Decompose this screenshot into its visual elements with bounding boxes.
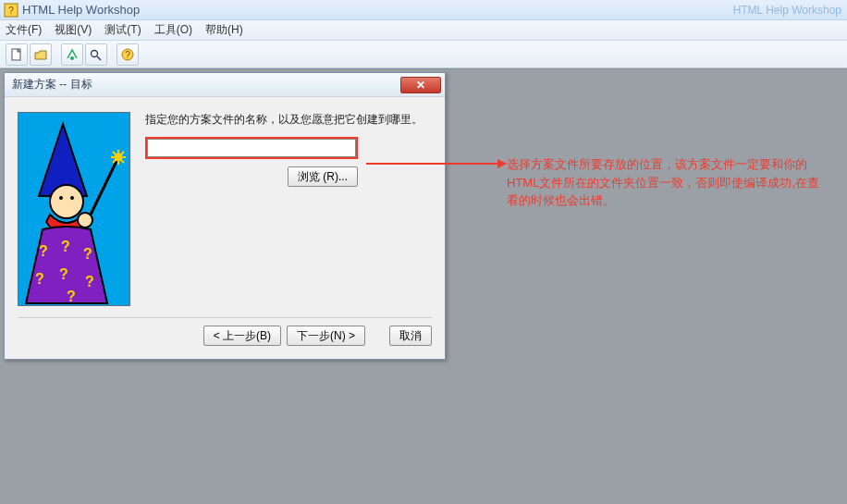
svg-text:?: ? xyxy=(83,246,92,262)
dialog-close-button[interactable]: ✕ xyxy=(400,77,441,93)
app-icon: ? xyxy=(4,3,18,18)
svg-line-5 xyxy=(97,56,101,60)
svg-point-4 xyxy=(92,50,98,56)
menu-file[interactable]: 文件(F) xyxy=(6,22,42,38)
back-button[interactable]: < 上一步(B) xyxy=(203,326,281,346)
view-compiled-button[interactable] xyxy=(85,43,107,66)
svg-text:?: ? xyxy=(67,289,76,304)
svg-point-21 xyxy=(78,213,92,227)
menubar: 文件(F) 视图(V) 测试(T) 工具(O) 帮助(H) xyxy=(0,20,847,41)
taskbar-hint: HTML Help Workshop xyxy=(733,4,841,17)
svg-text:?: ? xyxy=(85,274,94,289)
project-path-input[interactable] xyxy=(145,137,358,159)
annotation-arrow xyxy=(366,163,501,165)
menu-tools[interactable]: 工具(O) xyxy=(154,22,192,38)
app-titlebar: ? HTML Help Workshop HTML Help Workshop xyxy=(0,0,847,20)
new-project-dialog: 新建方案 -- 目标 ✕ ? ? ? ? ? xyxy=(4,72,446,360)
svg-text:?: ? xyxy=(35,271,44,287)
svg-point-3 xyxy=(70,56,74,60)
svg-rect-26 xyxy=(115,154,122,161)
menu-view[interactable]: 视图(V) xyxy=(55,22,92,38)
compile-button[interactable] xyxy=(61,43,83,66)
annotation-arrow-head xyxy=(497,159,507,168)
app-title: HTML Help Workshop xyxy=(22,3,140,17)
svg-point-10 xyxy=(50,185,83,218)
help-button[interactable]: ? xyxy=(117,43,139,66)
svg-text:?: ? xyxy=(8,6,14,16)
svg-text:?: ? xyxy=(61,239,70,254)
svg-text:?: ? xyxy=(39,243,48,259)
dialog-title: 新建方案 -- 目标 xyxy=(12,77,92,92)
svg-text:?: ? xyxy=(125,50,130,60)
toolbar: ? xyxy=(0,41,847,68)
wizard-illustration: ? ? ? ? ? ? ? xyxy=(18,112,130,306)
menu-help[interactable]: 帮助(H) xyxy=(205,22,243,38)
open-file-button[interactable] xyxy=(30,43,52,66)
svg-point-11 xyxy=(59,196,63,200)
annotation-text: 选择方案文件所要存放的位置，该方案文件一定要和你的HTML文件所在的文件夹位置一… xyxy=(507,155,829,210)
cancel-button[interactable]: 取消 xyxy=(389,326,432,346)
next-button[interactable]: 下一步(N) > xyxy=(287,326,365,346)
svg-text:?: ? xyxy=(59,266,68,282)
menu-test[interactable]: 测试(T) xyxy=(104,22,141,38)
new-file-button[interactable] xyxy=(6,43,28,66)
close-icon: ✕ xyxy=(416,79,425,92)
dialog-instruction: 指定您的方案文件的名称，以及您愿意把它创建到哪里。 xyxy=(145,112,432,128)
dialog-titlebar: 新建方案 -- 目标 ✕ xyxy=(5,73,445,97)
svg-point-12 xyxy=(70,196,74,200)
browse-button[interactable]: 浏览 (R)... xyxy=(288,166,358,187)
